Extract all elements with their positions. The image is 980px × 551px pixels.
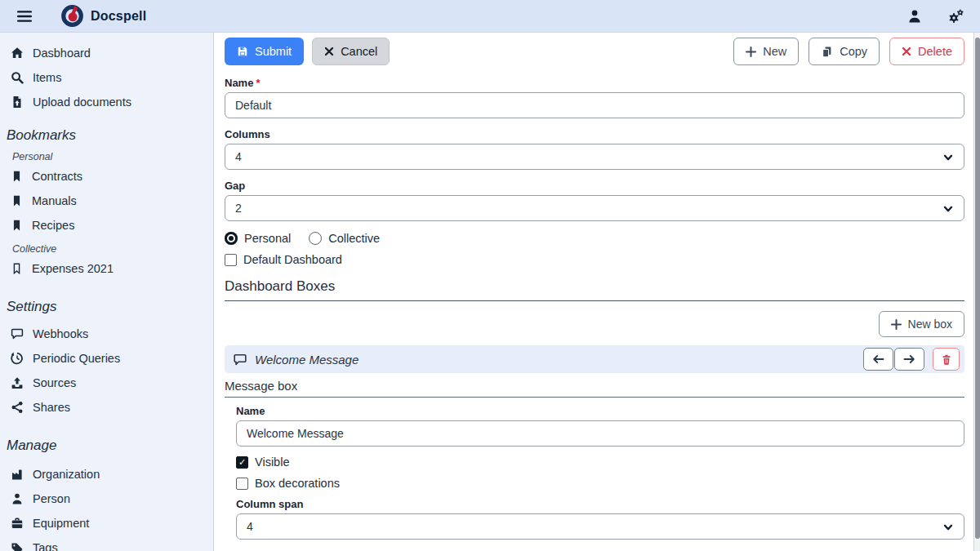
file-upload-icon [11, 96, 24, 109]
sidebar-section-settings: Settings [0, 297, 213, 317]
sidebar-item-items[interactable]: Items [0, 65, 213, 90]
factory-icon [11, 468, 24, 481]
settings-menu-button[interactable] [942, 4, 969, 29]
sidebar-item-tags[interactable]: Tags [0, 535, 213, 551]
plus-icon [891, 319, 902, 330]
share-icon [11, 401, 24, 414]
checkbox-control: ✓ [236, 478, 248, 490]
sidebar-section-manage: Manage [0, 436, 213, 455]
sidebar-item-shares[interactable]: Shares [0, 395, 213, 420]
collective-radio[interactable]: Collective [309, 232, 380, 245]
scrollbar-thumb[interactable] [975, 38, 980, 539]
checkbox-control: ✓ [225, 254, 237, 266]
tags-icon [11, 541, 24, 551]
sidebar-item-label: Dasbhoard [33, 47, 91, 60]
gap-select[interactable]: 2 [225, 195, 964, 221]
newbox-row: New box [225, 311, 964, 337]
sidebar-item-dashboard[interactable]: Dasbhoard [0, 41, 213, 65]
box-actions [863, 348, 960, 371]
message-icon [233, 353, 247, 367]
sidebar-item-label: Contracts [32, 170, 82, 183]
column-span-select[interactable]: 4 [236, 513, 964, 540]
personal-radio-label: Personal [244, 232, 291, 245]
sidebar-subsection-personal: Personal [0, 149, 213, 164]
box-kind-label: Message box [225, 378, 964, 398]
sidebar-item-webhooks[interactable]: Webhooks [0, 322, 213, 346]
person-icon [11, 492, 24, 505]
chevron-down-icon [942, 203, 954, 215]
dashboard-boxes-heading: Dashboard Boxes [225, 277, 964, 301]
sidebar-item-equipment[interactable]: Equipment [0, 511, 213, 535]
chevron-down-icon [942, 152, 954, 163]
arrow-right-icon [903, 354, 915, 364]
sidebar-item-label: Items [33, 71, 61, 84]
sidebar-section-bookmarks: Bookmarks [0, 126, 213, 145]
delete-box-button[interactable] [933, 348, 960, 371]
sidebar-item-label: Recipes [32, 219, 74, 232]
sidebar-item-manuals[interactable]: Manuals [0, 189, 213, 213]
home-icon [11, 47, 24, 60]
comment-icon [11, 327, 24, 340]
sidebar-item-label: Upload documents [33, 96, 131, 109]
sidebar-item-person[interactable]: Person [0, 487, 213, 511]
sidebar-item-contracts[interactable]: Contracts [0, 164, 213, 189]
sidebar-item-expenses-2021[interactable]: Expenses 2021 [0, 256, 213, 281]
sidebar-item-label: Manuals [32, 194, 77, 207]
sidebar-item-recipes[interactable]: Recipes [0, 213, 213, 238]
sidebar-item-sources[interactable]: Sources [0, 371, 213, 395]
delete-label: Delete [918, 45, 952, 58]
new-button[interactable]: New [733, 38, 799, 65]
checkbox-control: ✓ [236, 456, 248, 469]
column-span-label: Column span [236, 498, 964, 510]
submit-button[interactable]: Submit [225, 38, 304, 65]
box-title: Welcome Message [255, 353, 359, 367]
main-content: Submit Cancel New Copy [215, 33, 973, 551]
sidebar-item-label: Webhooks [33, 327, 88, 340]
visible-checkbox[interactable]: ✓ Visible [236, 455, 289, 469]
box-name-input[interactable] [236, 420, 964, 447]
app-logo[interactable]: Docspell [61, 5, 146, 27]
default-dashboard-checkbox[interactable]: ✓ Default Dashboard [225, 253, 342, 266]
search-icon [11, 71, 24, 84]
user-menu-button[interactable] [902, 4, 928, 29]
submit-label: Submit [255, 45, 292, 58]
topbar: Docspell [0, 0, 980, 33]
box-decorations-checkbox[interactable]: ✓ Box decorations [236, 477, 340, 490]
save-icon [237, 46, 248, 57]
sidebar-item-upload-documents[interactable]: Upload documents [0, 90, 213, 114]
delete-button[interactable]: Delete [889, 38, 964, 65]
sidebar-item-label: Tags [33, 541, 58, 551]
columns-select[interactable]: 4 [225, 144, 964, 170]
radio-control [309, 232, 322, 245]
form-toolbar: Submit Cancel New Copy [225, 38, 964, 65]
box-decorations-label: Box decorations [255, 477, 340, 490]
scrollbar-track[interactable] [973, 33, 980, 551]
trash-icon [941, 353, 952, 366]
copy-button[interactable]: Copy [808, 38, 880, 65]
bookmark-solid-icon [11, 219, 23, 232]
name-input[interactable] [225, 92, 964, 118]
move-box-right-button[interactable] [894, 348, 924, 371]
new-box-button[interactable]: New box [879, 311, 964, 337]
gap-label: Gap [225, 180, 964, 192]
scope-radio-group: Personal Collective [225, 231, 964, 246]
radio-control [225, 232, 238, 245]
sidebar-item-periodic-queries[interactable]: Periodic Queries [0, 346, 213, 371]
visible-label: Visible [255, 455, 289, 469]
collective-radio-label: Collective [328, 232, 380, 245]
sidebar-item-organization[interactable]: Organization [0, 462, 213, 487]
cancel-button[interactable]: Cancel [312, 38, 390, 65]
personal-radio[interactable]: Personal [225, 232, 291, 245]
user-icon [907, 9, 922, 24]
default-dashboard-label: Default Dashboard [243, 253, 342, 266]
copy-label: Copy [840, 45, 867, 58]
move-box-left-button[interactable] [863, 348, 893, 371]
new-box-label: New box [908, 318, 952, 331]
columns-label: Columns [225, 128, 964, 140]
sidebar-item-label: Equipment [33, 517, 89, 530]
sidebar: Dasbhoard Items Upload documents Bookmar… [0, 33, 214, 551]
menu-toggle-button[interactable] [9, 5, 40, 28]
history-icon [11, 352, 24, 365]
x-icon [324, 47, 334, 56]
required-mark: * [256, 77, 260, 89]
